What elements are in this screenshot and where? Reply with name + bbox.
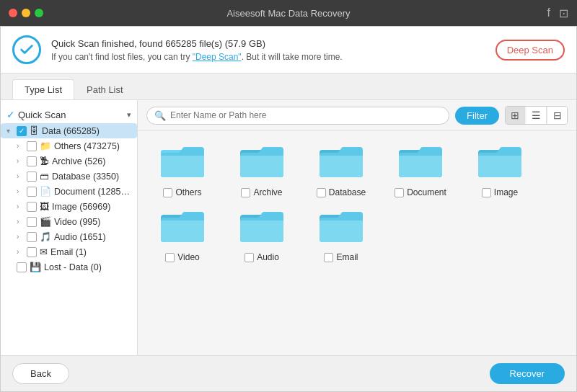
grid-item-bottom-audio: Audio bbox=[226, 252, 298, 262]
folder-icon-video bbox=[157, 205, 208, 248]
back-button[interactable]: Back bbox=[12, 363, 69, 384]
grid-item-database[interactable]: Database bbox=[305, 140, 377, 197]
sidebar-item-label-data: Data (665285) bbox=[42, 126, 133, 136]
grid-checkbox-email[interactable] bbox=[324, 253, 333, 262]
grid-item-email[interactable]: Email bbox=[305, 205, 377, 262]
grid-checkbox-document[interactable] bbox=[395, 188, 404, 197]
checkbox-data[interactable]: ✓ bbox=[17, 126, 27, 136]
message-icon[interactable]: ⊡ bbox=[559, 6, 568, 20]
search-input[interactable] bbox=[170, 110, 441, 120]
data-folder-icon: 🗄 bbox=[30, 125, 39, 136]
grid-item-audio[interactable]: Audio bbox=[226, 205, 298, 262]
grid-view-button[interactable]: ⊞ bbox=[506, 107, 525, 124]
recover-button[interactable]: Recover bbox=[490, 363, 565, 384]
sidebar-item-document[interactable]: › 📄 Document (128518) bbox=[1, 184, 137, 199]
grid-label-video: Video bbox=[177, 252, 199, 262]
close-button[interactable] bbox=[9, 9, 17, 17]
grid-checkbox-video[interactable] bbox=[165, 253, 175, 262]
grid-checkbox-audio[interactable] bbox=[245, 253, 254, 262]
grid-checkbox-image[interactable] bbox=[482, 188, 491, 197]
folder-icon-others bbox=[157, 140, 208, 183]
checkbox-lost-data[interactable] bbox=[17, 262, 27, 272]
svg-rect-2 bbox=[161, 154, 204, 177]
minimize-button[interactable] bbox=[22, 9, 30, 17]
top-banner: Quick Scan finished, found 665285 file(s… bbox=[1, 27, 576, 74]
expand-icon: ▾ bbox=[6, 127, 17, 135]
deep-scan-button[interactable]: Deep Scan bbox=[495, 40, 565, 61]
traffic-lights bbox=[9, 9, 43, 17]
sidebar: ✓ Quick Scan ▾ ▾ ✓ 🗄 Data (665285) › 📁 O… bbox=[1, 100, 138, 355]
audio-icon: 🎵 bbox=[40, 231, 51, 242]
tab-path-list[interactable]: Path List bbox=[74, 79, 136, 99]
document-icon: 📄 bbox=[40, 186, 51, 197]
expand-icon: › bbox=[17, 218, 27, 226]
tab-type-list[interactable]: Type List bbox=[12, 79, 74, 99]
expand-icon: › bbox=[17, 172, 27, 180]
checkbox-image[interactable] bbox=[27, 202, 37, 212]
grid-checkbox-database[interactable] bbox=[317, 188, 326, 197]
checkbox-document[interactable] bbox=[27, 187, 37, 197]
checkbox-email[interactable] bbox=[27, 247, 37, 257]
checkbox-database[interactable] bbox=[27, 172, 37, 182]
expand-icon: › bbox=[17, 248, 27, 256]
banner-text: Quick Scan finished, found 665285 file(s… bbox=[51, 38, 343, 62]
checkmark-icon: ✓ bbox=[6, 109, 15, 120]
banner-left: Quick Scan finished, found 665285 file(s… bbox=[12, 35, 343, 64]
checkbox-video[interactable] bbox=[27, 217, 37, 227]
sidebar-item-archive[interactable]: › 🗜 Archive (526) bbox=[1, 153, 137, 169]
video-icon: 🎬 bbox=[40, 216, 51, 227]
folder-icon-image bbox=[475, 140, 525, 183]
sidebar-item-audio[interactable]: › 🎵 Audio (1651) bbox=[1, 229, 137, 244]
deep-scan-link[interactable]: "Deep Scan" bbox=[193, 52, 242, 62]
sidebar-item-image[interactable]: › 🖼 Image (56969) bbox=[1, 199, 137, 214]
sidebar-item-video[interactable]: › 🎬 Video (995) bbox=[1, 214, 137, 229]
grid-item-video[interactable]: Video bbox=[146, 205, 219, 262]
sidebar-item-data[interactable]: ▾ ✓ 🗄 Data (665285) bbox=[1, 123, 137, 138]
grid-label-email: Email bbox=[336, 252, 358, 262]
grid-label-database: Database bbox=[329, 187, 366, 197]
folder-icon-email bbox=[316, 205, 366, 248]
list-view-button[interactable]: ☰ bbox=[527, 107, 547, 124]
sidebar-item-database[interactable]: › 🗃 Database (3350) bbox=[1, 169, 137, 184]
image-icon: 🖼 bbox=[40, 201, 49, 212]
checkbox-others[interactable] bbox=[27, 141, 37, 151]
sidebar-item-label-lost-data: Lost - Data (0) bbox=[44, 262, 133, 272]
banner-sub-prefix: If you can't find lost files, you can tr… bbox=[51, 52, 193, 62]
sidebar-item-others[interactable]: › 📁 Others (473275) bbox=[1, 138, 137, 153]
title-bar: Aiseesoft Mac Data Recovery f ⊡ bbox=[0, 0, 577, 26]
grid-item-archive[interactable]: Archive bbox=[226, 140, 298, 197]
grid-item-document[interactable]: Document bbox=[384, 140, 457, 197]
sidebar-item-label-database: Database (3350) bbox=[52, 172, 133, 182]
maximize-button[interactable] bbox=[35, 9, 43, 17]
checkbox-archive[interactable] bbox=[27, 156, 37, 166]
checkbox-audio[interactable] bbox=[27, 232, 37, 242]
folder-icon-database bbox=[316, 140, 366, 183]
sidebar-item-email[interactable]: › ✉ Email (1) bbox=[1, 244, 137, 259]
svg-rect-6 bbox=[320, 154, 363, 177]
sidebar-item-label-video: Video (995) bbox=[54, 217, 133, 227]
svg-rect-16 bbox=[320, 219, 363, 242]
columns-view-button[interactable]: ⊟ bbox=[548, 107, 567, 124]
grid-view: Others Archive bbox=[138, 131, 576, 355]
grid-item-bottom-image: Image bbox=[464, 187, 536, 197]
svg-rect-12 bbox=[161, 219, 204, 242]
facebook-icon[interactable]: f bbox=[547, 6, 550, 20]
expand-icon: › bbox=[17, 142, 27, 150]
filter-button[interactable]: Filter bbox=[455, 107, 499, 125]
grid-item-others[interactable]: Others bbox=[146, 140, 219, 197]
database-icon: 🗃 bbox=[40, 171, 49, 182]
bottom-bar: Back Recover bbox=[1, 355, 576, 391]
expand-icon: › bbox=[17, 202, 27, 210]
search-box: 🔍 bbox=[146, 107, 449, 125]
sidebar-item-label-document: Document (128518) bbox=[54, 187, 133, 197]
grid-checkbox-archive[interactable] bbox=[241, 188, 250, 197]
grid-label-document: Document bbox=[407, 187, 446, 197]
sidebar-item-lost-data[interactable]: 💾 Lost - Data (0) bbox=[1, 259, 137, 275]
grid-item-bottom-others: Others bbox=[146, 187, 219, 197]
svg-rect-14 bbox=[240, 219, 283, 242]
grid-item-image[interactable]: Image bbox=[464, 140, 536, 197]
grid-checkbox-others[interactable] bbox=[163, 188, 172, 197]
grid-item-bottom-video: Video bbox=[146, 252, 219, 262]
others-icon: 📁 bbox=[40, 141, 51, 151]
quick-scan-label: Quick Scan bbox=[18, 110, 66, 120]
